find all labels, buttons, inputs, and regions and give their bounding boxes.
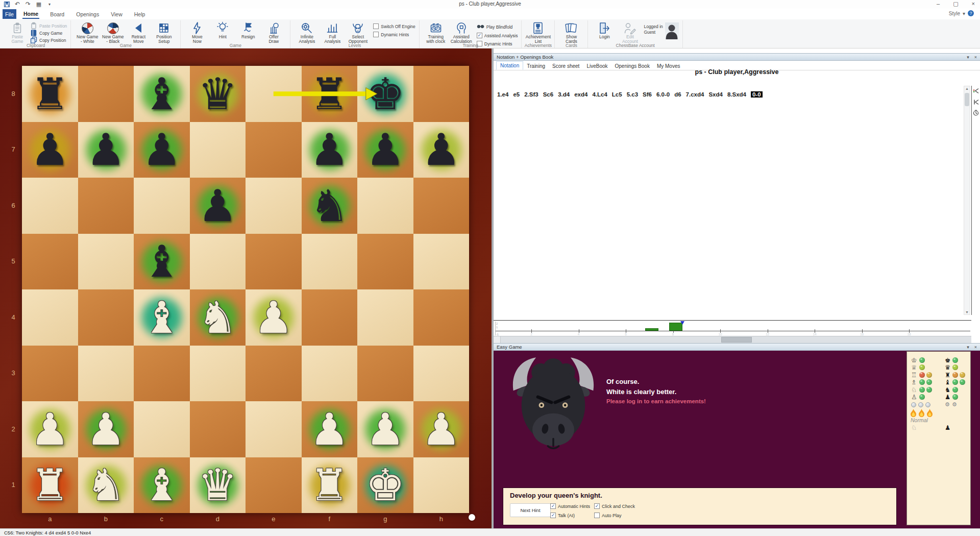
white-bishop-c4[interactable]: ♝ xyxy=(134,289,190,346)
move-token[interactable]: exd4 xyxy=(574,91,587,98)
checkbox-dynamic-hints[interactable]: Dynamic Hints xyxy=(373,32,415,37)
menu-item-view[interactable]: View xyxy=(110,10,124,18)
move-token[interactable]: 4.Lc4 xyxy=(592,91,607,98)
position-setup-button[interactable]: Position Setup xyxy=(151,21,177,44)
style-selector[interactable]: Style ▾ ? xyxy=(949,10,974,16)
square-c2[interactable] xyxy=(134,401,190,457)
training-with-clock-button[interactable]: Training with clock xyxy=(423,21,449,44)
white-king-g1[interactable]: ♚ xyxy=(357,457,413,514)
white-rook-a1[interactable]: ♜ xyxy=(22,457,78,514)
notation-scrollbar[interactable]: ▲ ▼ xyxy=(964,86,970,315)
white-rook-f1[interactable]: ♜ xyxy=(302,457,358,514)
black-knight-f6[interactable]: ♞ xyxy=(302,178,358,234)
chess-board[interactable]: 87654321abcdefgh♜♝♛♜♚♟♟♟♟♟♟♟♞♝♝♞♟♟♟♟♟♟♜♞… xyxy=(22,66,469,513)
square-b4[interactable] xyxy=(78,289,134,346)
infinite-analysis-button[interactable]: Infinite Analysis xyxy=(294,21,320,44)
takeback-icon[interactable] xyxy=(973,87,979,96)
close-button[interactable]: × xyxy=(972,1,975,7)
move-token[interactable]: 8.Sxd4 xyxy=(727,91,746,98)
square-a5[interactable] xyxy=(22,234,78,290)
black-bishop-c8[interactable]: ♝ xyxy=(134,66,190,122)
menu-item-help[interactable]: Help xyxy=(133,10,146,18)
black-pawn-h7[interactable]: ♟ xyxy=(413,122,470,178)
show-cards-button[interactable]: Show Cards xyxy=(558,21,584,44)
black-pawn-f7[interactable]: ♟ xyxy=(302,122,358,178)
resign-button[interactable]: Resign xyxy=(235,21,261,39)
square-h5[interactable] xyxy=(413,234,470,290)
checkbox-click-and-check[interactable]: ✓Click and Check xyxy=(594,503,635,509)
white-pawn-h2[interactable]: ♟ xyxy=(413,401,470,457)
help-icon[interactable]: ? xyxy=(968,10,974,16)
assisted-calculation-button[interactable]: Assisted Calculation xyxy=(449,21,474,44)
menu-item-file[interactable]: File xyxy=(3,9,16,19)
checkbox-assisted-analysis[interactable]: ✓Assisted Analysis xyxy=(477,33,518,38)
black-rook-a8[interactable]: ♜ xyxy=(22,66,78,122)
white-knight-d4[interactable]: ♞ xyxy=(190,289,246,346)
square-d5[interactable] xyxy=(190,234,246,290)
square-a3[interactable] xyxy=(22,346,78,402)
square-g3[interactable] xyxy=(357,346,413,402)
black-pawn-g7[interactable]: ♟ xyxy=(357,122,413,178)
square-e5[interactable] xyxy=(246,234,302,290)
square-h8[interactable] xyxy=(413,66,470,122)
evaluation-chart-scrollbar[interactable] xyxy=(494,336,971,343)
move-token[interactable]: 3.d4 xyxy=(558,91,570,98)
white-knight-b1[interactable]: ♞ xyxy=(78,457,134,514)
move-token[interactable]: 2.Sf3 xyxy=(524,91,538,98)
square-g5[interactable] xyxy=(357,234,413,290)
square-d7[interactable] xyxy=(190,122,246,178)
white-bishop-c1[interactable]: ♝ xyxy=(134,457,190,514)
menu-item-openings[interactable]: Openings xyxy=(75,10,100,18)
square-e8[interactable] xyxy=(246,66,302,122)
clock-icon[interactable] xyxy=(973,109,979,118)
new-game-black-button[interactable]: New Game - Black xyxy=(100,21,126,44)
square-d2[interactable] xyxy=(190,401,246,457)
full-analysis-button[interactable]: Full Analysis xyxy=(320,21,345,44)
next-hint-button[interactable]: Next Hint xyxy=(510,503,551,517)
avatar[interactable] xyxy=(665,22,679,39)
move-token[interactable]: 5.c3 xyxy=(627,91,638,98)
square-h1[interactable] xyxy=(413,457,470,514)
checkbox-auto-play[interactable]: Auto Play xyxy=(594,513,622,518)
white-pawn-b2[interactable]: ♟ xyxy=(78,401,134,457)
square-a4[interactable] xyxy=(22,289,78,346)
login-button[interactable]: Login xyxy=(592,21,617,39)
square-b5[interactable] xyxy=(78,234,134,290)
notation-panel-header[interactable]: Notation + Openings Book ▾ × xyxy=(494,53,980,61)
move-token[interactable]: e5 xyxy=(513,91,520,98)
black-pawn-c7[interactable]: ♟ xyxy=(134,122,190,178)
offer-draw-button[interactable]: Offer Draw xyxy=(261,21,286,44)
black-queen-d8[interactable]: ♛ xyxy=(190,66,246,122)
copy-game-button[interactable]: Copy Game xyxy=(30,30,67,36)
achievement-list-button[interactable]: Achievement List xyxy=(525,21,551,44)
easy-game-panel-header[interactable]: Easy Game ▾ × xyxy=(494,343,980,351)
collapse-panel-icon[interactable]: ▾ xyxy=(967,345,969,350)
move-now-button[interactable]: Move Now xyxy=(184,21,210,44)
square-f4[interactable] xyxy=(302,289,358,346)
white-pawn-f2[interactable]: ♟ xyxy=(302,401,358,457)
white-pawn-g2[interactable]: ♟ xyxy=(357,401,413,457)
paste-game-button[interactable]: Paste Game xyxy=(5,21,30,44)
square-e3[interactable] xyxy=(246,346,302,402)
checkbox-switch-off-engine[interactable]: Switch Off Engine xyxy=(373,23,415,29)
scroll-up-icon[interactable]: ▲ xyxy=(964,87,970,90)
white-pawn-e4[interactable]: ♟ xyxy=(246,289,302,346)
black-pawn-a7[interactable]: ♟ xyxy=(22,122,78,178)
move-token[interactable]: Lc5 xyxy=(612,91,622,98)
menu-item-home[interactable]: Home xyxy=(22,10,39,19)
move-token[interactable]: 0-0 xyxy=(751,91,763,98)
evaluation-chart[interactable]: 21-1-224681012141618 xyxy=(494,320,971,336)
move-token[interactable]: 6.0-0 xyxy=(656,91,670,98)
retract-move-button[interactable]: Retract Move xyxy=(126,21,151,44)
hint-button[interactable]: Hint xyxy=(210,21,235,39)
square-e2[interactable] xyxy=(246,401,302,457)
maximize-button[interactable]: ▢ xyxy=(953,1,958,7)
move-token[interactable]: d6 xyxy=(674,91,681,98)
square-b3[interactable] xyxy=(78,346,134,402)
paste-position-button[interactable]: Paste Position xyxy=(30,22,67,29)
square-e6[interactable] xyxy=(246,178,302,234)
square-h3[interactable] xyxy=(413,346,470,402)
close-panel-icon[interactable]: × xyxy=(974,55,977,60)
square-e1[interactable] xyxy=(246,457,302,514)
move-token[interactable]: Sf6 xyxy=(643,91,652,98)
